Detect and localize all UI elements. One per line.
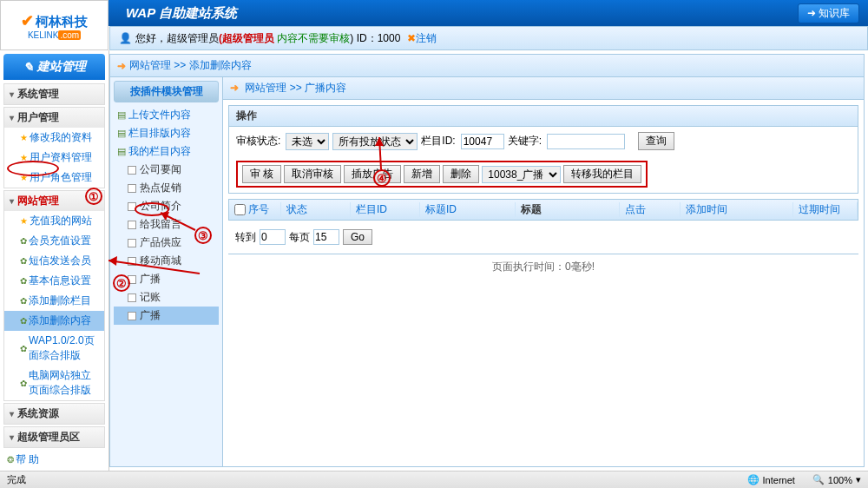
nav-item-help[interactable]: ❂帮 助 — [0, 450, 108, 470]
nav-item-add-content[interactable]: ✿添加删除内容 — [4, 311, 104, 331]
nav-item-profile[interactable]: ★修改我的资料 — [4, 128, 104, 148]
nav-item-basic[interactable]: ✿基本信息设置 — [4, 271, 104, 291]
nav-title-resource[interactable]: ▾系统资源 — [4, 404, 104, 424]
knowledge-base-button[interactable]: ➜ 知识库 — [798, 3, 859, 23]
app-title: WAP 自助建站系统 — [126, 5, 237, 22]
doc-icon: ▤ — [117, 109, 126, 121]
nav-item-add-column[interactable]: ✿添加删除栏目 — [4, 291, 104, 311]
annotation-action-box: 审 核 取消审核 插放广告 新增 删除 10038_广播 转移我的栏目 — [236, 161, 648, 188]
nav-title-admin[interactable]: ▾超级管理员区 — [4, 427, 104, 447]
box-icon — [128, 221, 136, 229]
nav-item-sms[interactable]: ✿短信发送会员 — [4, 251, 104, 271]
box-icon — [128, 312, 136, 320]
logo: ✔柯林科技 KELINK.com — [0, 0, 108, 50]
tree-root-upload[interactable]: ▤上传文件内容 — [114, 106, 219, 124]
nav-item-pc-layout[interactable]: ✿电脑网站独立页面综合排版 — [4, 366, 104, 400]
tree-root-mycolumn[interactable]: ▤我的栏目内容 — [114, 142, 219, 161]
tree-item[interactable]: 热点促销 — [114, 179, 219, 197]
sidebar: ✎建站管理 ▾系统管理 ▾用户管理 ★修改我的资料 ★用户资料管理 ★用户角色管… — [0, 50, 109, 471]
tree-panel: 按插件模块管理 ▤上传文件内容 ▤栏目排版内容 ▤我的栏目内容 公司要闻 热点促… — [110, 77, 223, 466]
zoom-icon: 🔍 — [812, 474, 825, 485]
colid-label: 栏目ID: — [421, 134, 455, 148]
th-addtime[interactable]: 添加时间 — [681, 202, 793, 217]
star-icon: ★ — [20, 153, 28, 162]
main-layout: ✎建站管理 ▾系统管理 ▾用户管理 ★修改我的资料 ★用户资料管理 ★用户角色管… — [0, 50, 868, 471]
tree-item-broadcast-sel[interactable]: 广播 — [114, 307, 219, 325]
tree-item[interactable]: 广播 — [114, 270, 219, 288]
nav-title-user[interactable]: ▾用户管理 — [4, 108, 104, 128]
logo-domain-pre: KELINK — [28, 30, 59, 40]
tree-item[interactable]: 产品供应 — [114, 234, 219, 252]
star-icon: ★ — [20, 173, 28, 182]
breadcrumb: ➜ 网站管理 >> 添加删除内容 — [110, 55, 864, 77]
query-button[interactable]: 查询 — [638, 132, 674, 150]
star-icon: ★ — [20, 133, 28, 142]
tree-item[interactable]: 公司简介 — [114, 197, 219, 215]
logout-icon: ✖ — [407, 32, 416, 44]
keyword-input[interactable] — [547, 134, 625, 149]
th-status[interactable]: 状态 — [281, 202, 351, 217]
star-icon: ★ — [20, 216, 28, 226]
user-icon: 👤 — [119, 32, 132, 44]
placement-select[interactable]: 所有投放状态 — [332, 133, 418, 150]
th-colid[interactable]: 栏目ID — [351, 202, 420, 217]
nav-item-wap-layout[interactable]: ✿WAP1.0/2.0页面综合排版 — [4, 331, 104, 366]
tree-root-layout[interactable]: ▤栏目排版内容 — [114, 124, 219, 142]
logout-link[interactable]: 注销 — [416, 31, 437, 46]
nav-item-recharge[interactable]: ★充值我的网站 — [4, 211, 104, 231]
unapprove-button[interactable]: 取消审核 — [284, 165, 341, 183]
doc-icon: ▤ — [117, 128, 126, 139]
nav-group-site: ▾网站管理 ★充值我的网站 ✿会员充值设置 ✿短信发送会员 ✿基本信息设置 ✿添… — [3, 190, 105, 401]
perpage-input[interactable] — [313, 229, 339, 245]
nav-group-resource: ▾系统资源 — [3, 403, 105, 425]
operations-title: 操作 — [229, 106, 858, 127]
tree-item[interactable]: 给我留言 — [114, 215, 219, 234]
place-ad-button[interactable]: 插放广告 — [344, 165, 401, 183]
gear-icon: ✿ — [20, 256, 27, 266]
nav-item-member-recharge[interactable]: ✿会员充值设置 — [4, 231, 104, 251]
content-area: ➜ 网站管理 >> 添加删除内容 按插件模块管理 ▤上传文件内容 ▤栏目排版内容… — [109, 54, 865, 467]
box-icon — [128, 184, 136, 193]
pager-row: 转到 每页 Go — [228, 226, 858, 248]
header-bar: ✔柯林科技 KELINK.com WAP 自助建站系统 ➜ 知识库 — [0, 0, 868, 26]
goto-input[interactable] — [260, 229, 286, 245]
approve-button[interactable]: 审 核 — [242, 165, 281, 183]
th-titleid[interactable]: 标题ID — [420, 202, 516, 217]
keyword-label: 关键字: — [508, 134, 542, 148]
help-icon: ❂ — [7, 455, 14, 465]
status-bar: 完成 🌐 Internet 🔍 100% ▾ — [0, 471, 868, 488]
action-row: 审 核 取消审核 插放广告 新增 删除 10038_广播 转移我的栏目 — [229, 155, 858, 193]
audit-status: 内容不需要审核 — [277, 31, 350, 46]
status-select[interactable]: 未选 — [286, 133, 329, 150]
colid-input[interactable] — [461, 134, 504, 149]
zoom-control[interactable]: 🔍 100% ▾ — [812, 474, 861, 485]
gear-icon: ✿ — [20, 236, 27, 246]
gear-icon: ✿ — [20, 344, 27, 353]
chevron-down-icon: ▾ — [10, 409, 14, 419]
arrow-right-icon: ➜ — [117, 60, 126, 72]
tree-item[interactable]: 移动商城 — [114, 252, 219, 270]
move-button[interactable]: 转移我的栏目 — [563, 165, 641, 183]
zoom-value: 100% — [828, 475, 852, 485]
user-info-bar: 👤 您好，超级管理员 (超级管理员 内容不需要审核 ) ID：1000 ✖ 注销 — [109, 26, 868, 50]
nav-title-system[interactable]: ▾系统管理 — [4, 84, 104, 104]
delete-button[interactable]: 删除 — [443, 165, 479, 183]
box-icon — [128, 293, 136, 302]
move-select[interactable]: 10038_广播 — [482, 166, 561, 183]
th-expiretime[interactable]: 过期时间 — [793, 202, 858, 217]
operations-panel: 操作 审核状态: 未选 所有投放状态 栏目ID: 关键字: 查询 — [228, 105, 858, 194]
table-header: 序号 状态 栏目ID 标题ID 标题 点击 添加时间 过期时间 — [228, 199, 858, 221]
th-seq: 序号 — [229, 202, 281, 217]
tree-item[interactable]: 公司要闻 — [114, 161, 219, 179]
nav-item-user-data[interactable]: ★用户资料管理 — [4, 148, 104, 168]
nav-title-site[interactable]: ▾网站管理 — [4, 191, 104, 211]
tree-item[interactable]: 记账 — [114, 288, 219, 307]
th-clicks[interactable]: 点击 — [620, 202, 681, 217]
user-role: (超级管理员 — [219, 31, 274, 46]
select-all-checkbox[interactable] — [234, 204, 246, 215]
nav-item-user-role[interactable]: ★用户角色管理 — [4, 168, 104, 188]
nav-group-user: ▾用户管理 ★修改我的资料 ★用户资料管理 ★用户角色管理 — [3, 107, 105, 188]
add-button[interactable]: 新增 — [404, 165, 440, 183]
go-button[interactable]: Go — [343, 229, 372, 245]
th-title[interactable]: 标题 — [516, 202, 620, 217]
